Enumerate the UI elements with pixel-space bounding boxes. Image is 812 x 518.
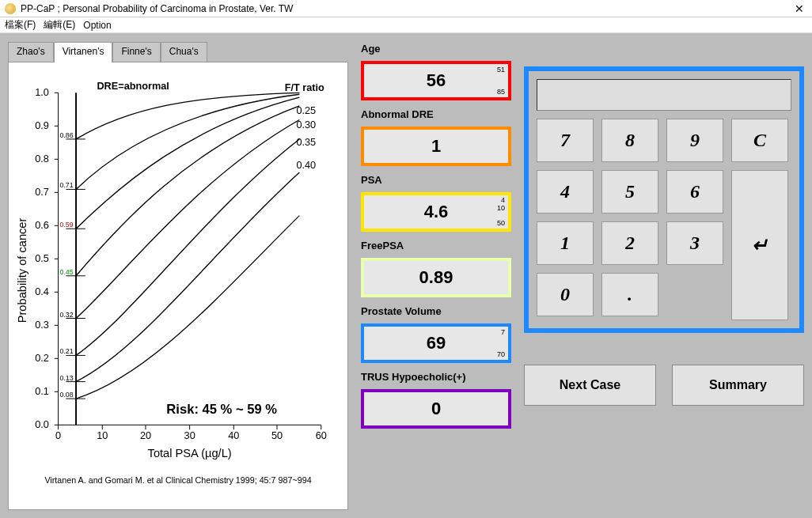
xtick: 40 xyxy=(228,430,239,441)
titlebar: PP-CaP ; Personal Probability of Carcino… xyxy=(0,0,812,17)
dre-value: 1 xyxy=(431,136,441,157)
menu-file[interactable]: 檔案(F) xyxy=(5,18,36,32)
tab-finne[interactable]: Finne's xyxy=(112,42,160,62)
keypad: 7 8 9 4 5 6 1 2 3 0 xyxy=(524,66,804,333)
trus-label: TRUS Hypoecholic(+) xyxy=(361,371,511,383)
curve-label: 0.40 xyxy=(296,160,316,171)
psa-max: 50 xyxy=(497,219,505,227)
chart-ftratio-label: F/T ratio xyxy=(285,82,324,93)
dre-field[interactable]: 1 xyxy=(361,127,511,166)
age-value: 56 xyxy=(427,70,446,91)
key-8[interactable]: 8 xyxy=(601,119,658,162)
chart-svg: DRE=abnormal F/T ratio 0.0 0.1 0.2 0.3 0… xyxy=(12,66,344,506)
ytick: 0.3 xyxy=(35,319,49,331)
chart-dre-label: DRE=abnormal xyxy=(97,81,169,92)
ytick: 0.6 xyxy=(35,220,49,231)
key-3[interactable]: 3 xyxy=(666,221,723,265)
svg-text:0.45: 0.45 xyxy=(60,268,74,276)
ytick: 0.4 xyxy=(35,286,49,297)
fields-column: Age 56 51 85 Abnormal DRE 1 PSA 4.6 4 10… xyxy=(361,41,511,510)
svg-text:0.08: 0.08 xyxy=(60,391,74,399)
dre-label: Abnormal DRE xyxy=(361,108,511,120)
age-label: Age xyxy=(361,43,511,55)
next-case-button[interactable]: Next Case xyxy=(524,365,656,406)
key-2[interactable]: 2 xyxy=(601,221,658,265)
svg-text:0.59: 0.59 xyxy=(60,221,74,229)
keypad-display[interactable] xyxy=(537,79,791,111)
psa-label: PSA xyxy=(361,174,511,186)
age-max: 85 xyxy=(497,88,505,96)
volume-field[interactable]: 69 7 70 xyxy=(361,323,511,363)
age-field[interactable]: 56 51 85 xyxy=(361,61,511,100)
key-9[interactable]: 9 xyxy=(666,119,723,162)
volume-label: Prostate Volume xyxy=(361,305,511,317)
volume-min: 7 xyxy=(501,328,505,336)
workspace: Zhao's Virtanen's Finne's Chua's DRE=abn… xyxy=(0,33,812,518)
svg-text:0.86: 0.86 xyxy=(60,131,74,139)
curve-label: 0.25 xyxy=(296,105,316,116)
volume-max: 70 xyxy=(497,350,505,358)
summary-button[interactable]: Summary xyxy=(672,365,804,406)
chart-xlabel: Total PSA (µg/L) xyxy=(148,447,232,459)
tab-zhao[interactable]: Zhao's xyxy=(8,42,54,62)
xtick: 0 xyxy=(55,430,61,441)
tabstrip: Zhao's Virtanen's Finne's Chua's xyxy=(8,41,348,62)
menu-edit[interactable]: 編輯(E) xyxy=(44,18,75,32)
ytick: 0.2 xyxy=(35,353,49,364)
chart-markers: 0.86 0.71 0.59 0.45 0.32 0.21 0.13 0.08 xyxy=(60,131,85,399)
volume-value: 69 xyxy=(427,333,446,354)
chart-risk-text: Risk: 45 % ~ 59 % xyxy=(166,402,277,417)
xtick: 30 xyxy=(184,430,195,441)
key-enter[interactable]: ↵ xyxy=(731,170,788,320)
curve-label: 0.35 xyxy=(296,137,316,148)
fpsa-value: 0.89 xyxy=(419,267,453,288)
key-clear[interactable]: C xyxy=(731,119,788,162)
left-panel: Zhao's Virtanen's Finne's Chua's DRE=abn… xyxy=(8,41,348,510)
xtick: 60 xyxy=(316,430,327,441)
key-7[interactable]: 7 xyxy=(537,119,594,162)
ytick: 0.7 xyxy=(35,187,49,198)
ytick: 0.1 xyxy=(35,386,49,397)
xtick: 50 xyxy=(271,430,283,441)
chart-citation: Virtanen A. and Gomari M. et al Clinical… xyxy=(44,475,311,485)
fpsa-field[interactable]: 0.89 xyxy=(361,258,511,297)
xtick: 10 xyxy=(97,430,108,441)
trus-value: 0 xyxy=(431,399,441,419)
svg-text:0.71: 0.71 xyxy=(60,181,74,189)
svg-text:0.21: 0.21 xyxy=(60,347,74,355)
menu-option[interactable]: Option xyxy=(83,20,111,31)
ytick: 0.8 xyxy=(35,153,49,164)
psa-field[interactable]: 4.6 4 10 50 xyxy=(361,192,511,232)
ytick: 0.9 xyxy=(35,120,49,131)
key-0[interactable]: 0 xyxy=(537,273,594,316)
ytick: 0.0 xyxy=(35,419,49,430)
psa-min: 4 xyxy=(501,196,505,204)
app-icon xyxy=(5,3,16,14)
curve-label: 0.30 xyxy=(296,119,316,130)
menubar: 檔案(F) 編輯(E) Option xyxy=(0,17,812,33)
ytick: 0.5 xyxy=(35,253,49,264)
psa-value: 4.6 xyxy=(424,202,449,222)
key-5[interactable]: 5 xyxy=(601,170,658,214)
tab-virtanen[interactable]: Virtanen's xyxy=(54,42,113,62)
ytick: 1.0 xyxy=(35,87,49,98)
key-dot[interactable]: . xyxy=(601,273,658,316)
svg-text:0.13: 0.13 xyxy=(60,374,74,382)
psa-mid: 10 xyxy=(497,204,505,212)
close-icon[interactable]: ✕ xyxy=(791,2,807,15)
chart-panel: DRE=abnormal F/T ratio 0.0 0.1 0.2 0.3 0… xyxy=(8,62,348,510)
key-4[interactable]: 4 xyxy=(537,170,594,214)
chart-ylabel: Probability of cancer xyxy=(16,218,28,323)
fpsa-label: FreePSA xyxy=(361,240,511,251)
key-6[interactable]: 6 xyxy=(666,170,723,214)
trus-field[interactable]: 0 xyxy=(361,389,511,429)
age-min: 51 xyxy=(497,66,505,74)
key-1[interactable]: 1 xyxy=(537,221,594,265)
xtick: 20 xyxy=(140,430,151,441)
window-title: PP-CaP ; Personal Probability of Carcino… xyxy=(21,3,791,14)
right-column: 7 8 9 4 5 6 1 2 3 0 xyxy=(524,41,804,510)
tab-chua[interactable]: Chua's xyxy=(161,42,207,62)
chart-curves xyxy=(76,93,299,399)
svg-text:0.32: 0.32 xyxy=(60,311,74,319)
